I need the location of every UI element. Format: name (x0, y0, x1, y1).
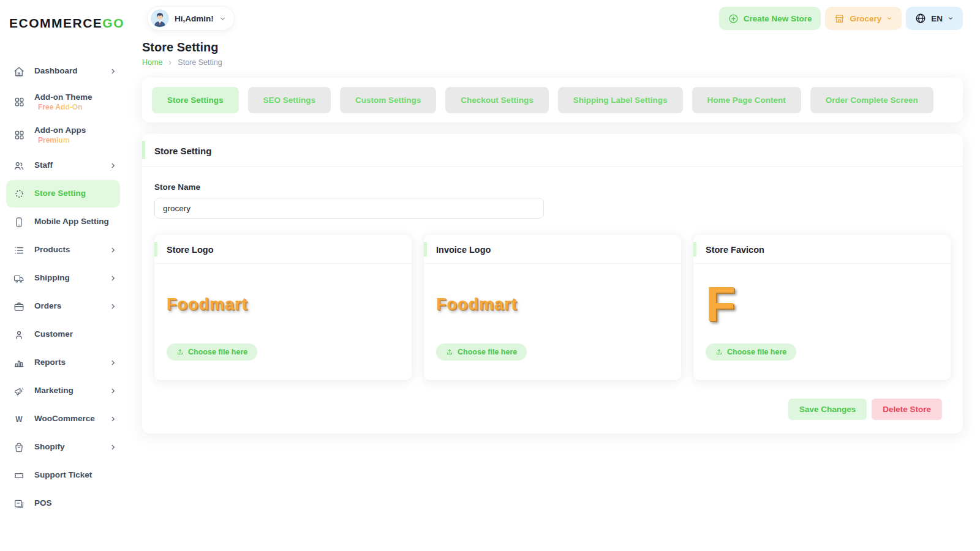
briefcase-icon (13, 301, 24, 312)
save-changes-button[interactable]: Save Changes (788, 399, 867, 420)
brand-logo[interactable]: ECOMMERCEGO (0, 16, 130, 31)
chevron-right-icon (110, 388, 116, 394)
tab-store-settings[interactable]: Store Settings (152, 87, 239, 113)
sidebar-item-pos[interactable]: POS (6, 490, 120, 517)
chevron-right-icon (110, 416, 116, 422)
sidebar-item-label: Reports (34, 358, 66, 368)
storefront-icon (834, 13, 845, 24)
invoice-logo-preview-area: Foodmart (436, 270, 669, 339)
chevron-down-icon (219, 15, 226, 22)
brand-name-accent: GO (102, 16, 124, 30)
tab-shipping-label-settings[interactable]: Shipping Label Settings (558, 87, 683, 113)
chevron-down-icon (886, 15, 892, 21)
user-icon (13, 329, 24, 340)
store-name-input[interactable] (154, 198, 544, 219)
store-favicon-card: Store Favicon F Choose file here (693, 235, 951, 380)
tab-checkout-settings[interactable]: Checkout Settings (445, 87, 549, 113)
page-header: Store Setting Home Store Setting (142, 40, 963, 67)
content: Store Settings SEO Settings Custom Setti… (142, 78, 963, 433)
store-selector[interactable]: Grocery (825, 7, 902, 30)
chevron-right-icon (110, 359, 116, 366)
sidebar-item-label: Customer (34, 329, 73, 340)
chevron-right-icon (110, 444, 116, 451)
chevron-right-icon (110, 303, 116, 310)
store-favicon-choose-file-button[interactable]: Choose file here (706, 343, 796, 361)
shopping-bag-icon (13, 442, 24, 453)
store-setting-form: Store Name Store Logo Foodmart Choose fi… (142, 167, 963, 424)
sidebar-item-products[interactable]: Products (6, 236, 120, 264)
sidebar-item-label: Shopify (34, 442, 65, 452)
sidebar-item-addon-theme[interactable]: Add-on Theme Free Add-On (6, 86, 120, 118)
list-icon (13, 245, 24, 256)
upload-row: Store Logo Foodmart Choose file here (154, 235, 951, 380)
sidebar-item-marketing[interactable]: Marketing (6, 377, 120, 405)
chevron-down-icon (948, 15, 954, 21)
user-menu[interactable]: Hi,Admin! (147, 6, 235, 31)
topbar-actions: Create New Store Grocery EN (719, 7, 963, 30)
globe-icon (915, 13, 926, 24)
invoice-logo-choose-file-button[interactable]: Choose file here (436, 343, 527, 361)
store-favicon-preview-area: F (706, 270, 938, 339)
sidebar-item-customer[interactable]: Customer (6, 321, 120, 348)
language-selector[interactable]: EN (906, 7, 963, 30)
tab-home-page-content[interactable]: Home Page Content (692, 87, 801, 113)
tab-custom-settings[interactable]: Custom Settings (340, 87, 436, 113)
create-new-store-button[interactable]: Create New Store (719, 7, 821, 30)
chevron-right-icon (110, 275, 116, 282)
bar-chart-icon (13, 358, 24, 369)
main-area: Hi,Admin! Create New Store Grocery EN St… (130, 0, 980, 433)
sidebar-item-sublabel: Premium (34, 136, 86, 144)
plus-circle-icon (728, 13, 739, 24)
sidebar-item-addon-apps[interactable]: Add-on Apps Premium (6, 119, 120, 151)
sidebar-item-staff[interactable]: Staff (6, 152, 120, 179)
page-title: Store Setting (142, 40, 963, 54)
invoice-logo-card: Invoice Logo Foodmart Choose file here (424, 235, 681, 380)
sidebar-item-orders[interactable]: Orders (6, 293, 120, 320)
sidebar-item-shopify[interactable]: Shopify (6, 433, 120, 461)
sidebar-item-label: Mobile App Setting (34, 217, 109, 227)
sidebar-item-woocommerce[interactable]: W WooCommerce (6, 405, 120, 433)
form-actions: Save Changes Delete Store (154, 380, 951, 424)
woocommerce-icon: W (13, 414, 24, 425)
tab-order-complete-screen[interactable]: Order Complete Screen (810, 87, 933, 113)
truck-icon (13, 273, 24, 284)
store-selector-label: Grocery (850, 14, 881, 23)
grid-icon (13, 97, 24, 108)
sidebar-item-reports[interactable]: Reports (6, 349, 120, 377)
sidebar-item-store-setting[interactable]: Store Setting (6, 180, 120, 208)
brand-name: ECOMMERCE (9, 16, 102, 30)
sidebar-item-label: Shipping (34, 273, 70, 283)
loader-icon (13, 189, 24, 200)
breadcrumb-home-link[interactable]: Home (142, 58, 162, 67)
sidebar-item-shipping[interactable]: Shipping (6, 264, 120, 292)
store-setting-card-title: Store Setting (142, 134, 963, 167)
invoice-logo-title: Invoice Logo (424, 235, 681, 264)
sidebar-item-label: Dashboard (34, 66, 78, 77)
smartphone-icon (13, 217, 24, 228)
choose-file-label: Choose file here (458, 348, 517, 356)
breadcrumb: Home Store Setting (142, 58, 963, 67)
chevron-right-icon (110, 162, 116, 169)
settings-tabs: Store Settings SEO Settings Custom Setti… (142, 78, 963, 122)
users-icon (13, 160, 24, 171)
user-greeting: Hi,Admin! (175, 14, 214, 23)
grid-icon (13, 130, 24, 141)
sidebar-item-dashboard[interactable]: Dashboard (6, 58, 120, 85)
sidebar-item-label: Staff (34, 160, 53, 171)
store-favicon-image: F (706, 281, 736, 328)
sidebar-item-mobile-app-setting[interactable]: Mobile App Setting (6, 208, 120, 236)
store-favicon-title: Store Favicon (693, 235, 951, 264)
sidebar-item-label: Marketing (34, 386, 74, 396)
language-label: EN (931, 14, 943, 23)
choose-file-label: Choose file here (188, 348, 247, 356)
sidebar-item-support-ticket[interactable]: Support Ticket (6, 462, 120, 489)
home-icon (13, 66, 24, 77)
store-logo-choose-file-button[interactable]: Choose file here (167, 343, 257, 361)
store-name-label: Store Name (154, 182, 951, 192)
sidebar-item-label: Products (34, 245, 70, 255)
pos-terminal-icon (13, 498, 24, 509)
sidebar-item-label: Add-on Theme (34, 92, 92, 103)
sidebar-nav: Dashboard Add-on Theme Free Add-On Add-o… (0, 58, 130, 517)
delete-store-button[interactable]: Delete Store (872, 399, 942, 420)
tab-seo-settings[interactable]: SEO Settings (248, 87, 331, 113)
